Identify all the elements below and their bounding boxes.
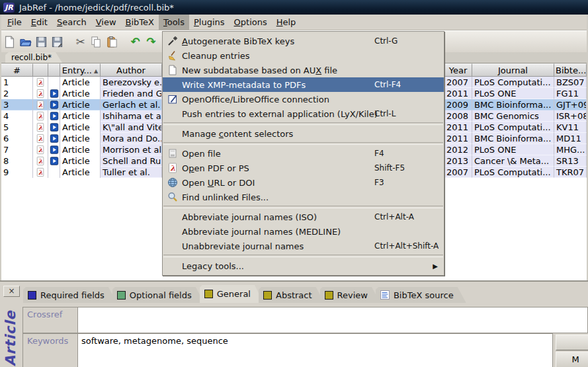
database-tab-recoll[interactable]: recoll.bib*: [5, 52, 62, 63]
bibtexkey-cell: SR13: [554, 155, 587, 167]
menu-item-openoffice-libreoffice-connection[interactable]: OpenOffice/LibreOffice connection: [163, 92, 444, 106]
open-database-icon[interactable]: [19, 35, 32, 49]
author-cell: Schell and Ru...: [101, 155, 162, 167]
tab-bibtex-source[interactable]: BibTeX source: [376, 287, 466, 303]
tab-label: BibTeX source: [394, 290, 454, 300]
url-link-icon[interactable]: [50, 100, 59, 110]
journal-cell: PLoS Computati...: [472, 122, 554, 133]
menu-item-label: Manage content selectors: [182, 129, 293, 139]
undo-icon[interactable]: ↶: [128, 35, 142, 49]
pdf-icon[interactable]: λ: [36, 145, 45, 155]
crossref-input[interactable]: [77, 307, 588, 333]
pdf-icon[interactable]: λ: [36, 167, 45, 177]
entry-type-cell: Article: [60, 88, 101, 99]
menu-item-open-pdf-or-ps[interactable]: λOpen PDF or PSShift-F5: [163, 161, 444, 175]
menu-item-abbreviate-journal-names-iso[interactable]: Abbreviate journal names (ISO)Ctrl+Alt-A: [163, 210, 444, 224]
paste-icon[interactable]: [105, 35, 119, 49]
menubar-item-help[interactable]: Help: [272, 15, 301, 30]
close-icon[interactable]: ×: [3, 286, 20, 297]
menu-item-label: Abbreviate journal names (ISO): [182, 212, 317, 222]
pdf-cell: λ: [33, 77, 48, 88]
pdf-icon[interactable]: λ: [36, 100, 45, 110]
pdf-cell: λ: [33, 110, 48, 122]
entry-type-label: Article: [0, 309, 21, 367]
bibtexkey-cell: BZS07: [554, 77, 587, 88]
svg-text:λ: λ: [170, 164, 175, 173]
menu-item-push-entries-to-external-application-lyx-kile[interactable]: Push entries to external application (Ly…: [163, 106, 444, 121]
menu-item-label: OpenOffice/LibreOffice connection: [182, 95, 329, 104]
menu-item-write-xmp-metadata-to-pdfs[interactable]: Write XMP-metadata to PDFsCtrl-F4: [163, 77, 444, 92]
keywords-manage-button[interactable]: M: [556, 352, 588, 367]
tab-general[interactable]: General: [200, 285, 263, 303]
menubar-item-file[interactable]: File: [3, 15, 26, 30]
url-link-icon[interactable]: [50, 122, 59, 132]
column-header-journal[interactable]: Journal: [472, 63, 554, 77]
journal-cell: BMC Bioinforma...: [472, 99, 554, 110]
url-cell: [48, 77, 60, 88]
menu-item-open-file[interactable]: Open fileF4: [163, 146, 444, 161]
menu-item-new-subdatabase-based-on-aux-file[interactable]: New subdatabase based on AUX file: [163, 63, 444, 77]
menubar-item-view[interactable]: View: [91, 15, 121, 30]
new-document-icon[interactable]: [3, 35, 17, 49]
menu-item-open-url-or-doi[interactable]: Open URL or DOIF3: [163, 175, 444, 190]
keywords-aux-button[interactable]: [556, 335, 588, 350]
menu-item-manage-content-selectors[interactable]: Manage content selectors: [163, 126, 444, 141]
svg-text:λ: λ: [38, 124, 43, 131]
tab-label: Review: [337, 290, 368, 300]
menu-item-legacy-tools[interactable]: Legacy tools...▶: [163, 259, 444, 273]
menubar-item-plugins[interactable]: Plugins: [189, 15, 230, 30]
entry-type-cell: Article: [60, 110, 101, 122]
broom-icon: [165, 50, 181, 61]
column-header-year[interactable]: Year: [444, 63, 472, 77]
column-header-icon[interactable]: [48, 63, 60, 77]
url-link-icon[interactable]: [50, 134, 59, 143]
bibtexkey-cell: MHG...: [554, 144, 587, 155]
review-icon: [325, 291, 333, 300]
pdf-icon[interactable]: λ: [36, 134, 45, 143]
menubar-item-bibtex[interactable]: BibTeX: [121, 15, 159, 30]
search-icon: [165, 191, 181, 203]
title-bar: JR JabRef - /home/jedick/pdf/recoll.bib*: [0, 0, 588, 15]
menu-item-unabbreviate-journal-names[interactable]: Unabbreviate journal namesCtrl+Alt+Shift…: [163, 239, 444, 253]
tab-abstract[interactable]: Abstract: [259, 287, 325, 303]
column-header-[interactable]: #: [1, 63, 33, 77]
menu-item-shortcut: Ctrl-L: [374, 109, 396, 118]
url-link-icon[interactable]: [50, 89, 59, 99]
column-header-bibte[interactable]: Bibte...: [554, 63, 587, 77]
menu-item-cleanup-entries[interactable]: Cleanup entries: [163, 48, 444, 63]
journal-cell: PLoS Computati...: [472, 77, 554, 88]
pdf-icon[interactable]: λ: [36, 77, 45, 87]
menu-item-label: Abbreviate journal names (MEDLINE): [182, 227, 341, 237]
journal-cell: Cancer \& Meta...: [472, 155, 554, 167]
tab-review[interactable]: Review: [320, 287, 380, 303]
menu-item-abbreviate-journal-names-medline[interactable]: Abbreviate journal names (MEDLINE): [163, 224, 444, 239]
redo-icon[interactable]: ↷: [144, 35, 158, 49]
menu-item-find-unlinked-files[interactable]: Find unlinked Files...: [163, 190, 444, 204]
keywords-input[interactable]: software, metagenome, sequence: [77, 333, 553, 367]
menu-item-spacer: [165, 79, 181, 91]
save-database-icon[interactable]: [34, 35, 48, 49]
column-header-entry[interactable]: Entry...▲: [60, 63, 101, 77]
journal-cell: BMC Genomics: [472, 110, 554, 122]
url-cell: [48, 88, 60, 99]
tab-optional-fields[interactable]: Optional fields: [112, 287, 204, 303]
pdf-icon[interactable]: λ: [36, 111, 45, 121]
url-link-icon[interactable]: [50, 145, 59, 155]
column-header-icon[interactable]: [33, 63, 48, 77]
menubar-item-options[interactable]: Options: [230, 15, 272, 30]
menubar-item-tools[interactable]: Tools: [159, 15, 189, 30]
menubar-item-edit[interactable]: Edit: [26, 15, 52, 30]
copy-icon[interactable]: [89, 35, 103, 49]
pdf-icon[interactable]: λ: [36, 156, 45, 166]
cut-icon[interactable]: ✂: [73, 35, 87, 49]
tab-required-fields[interactable]: Required fields: [23, 287, 117, 303]
pdf-icon[interactable]: λ: [36, 89, 45, 99]
save-all-icon[interactable]: [50, 35, 64, 49]
column-header-author[interactable]: Author: [101, 63, 162, 77]
url-link-icon[interactable]: [50, 156, 59, 166]
menu-item-autogenerate-bibtex-keys[interactable]: Autogenerate BibTeX keysCtrl-G: [163, 34, 444, 48]
svg-text:λ: λ: [38, 101, 43, 108]
menubar-item-search[interactable]: Search: [52, 15, 91, 30]
pdf-icon[interactable]: λ: [36, 122, 45, 132]
url-link-icon[interactable]: [50, 111, 59, 121]
